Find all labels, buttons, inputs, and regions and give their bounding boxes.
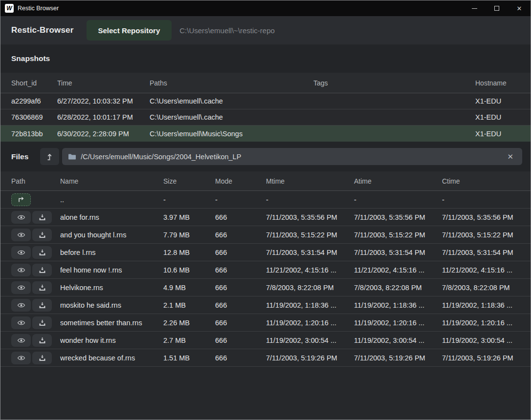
eye-icon (17, 355, 25, 361)
parent-row-size: - (163, 196, 215, 204)
file-mode: 666 (215, 354, 266, 362)
preview-file-button[interactable] (11, 229, 31, 241)
preview-file-button[interactable] (11, 352, 31, 364)
download-file-button[interactable] (32, 229, 52, 241)
column-header-path: Path (11, 177, 60, 185)
download-icon (39, 249, 46, 256)
file-mtime: 7/11/2003, 5:15:22 PM (266, 231, 354, 239)
column-header-size: Size (163, 177, 215, 185)
path-input[interactable]: /C/Users/emuell/Music/Songs/2004_Helveti… (81, 153, 504, 161)
close-button[interactable]: ✕ (508, 0, 531, 16)
maximize-icon (494, 6, 499, 11)
file-size: 10.6 MB (163, 266, 215, 274)
file-size: 1.51 MB (163, 354, 215, 362)
file-ctime: 7/11/2003, 5:35:56 PM (442, 213, 522, 221)
snapshot-short-id: 72b813bb (11, 130, 57, 138)
parent-directory-row[interactable]: .. - - - - - (0, 191, 531, 209)
file-row[interactable]: moskito he said.rns 2.1 MB 666 11/19/200… (0, 296, 531, 314)
app-window: W Restic Browser ✕ Restic-Browser Select… (0, 0, 531, 420)
download-icon (39, 355, 46, 361)
snapshot-row[interactable]: a2299af6 6/27/2022, 10:03:32 PM C:\Users… (0, 93, 531, 109)
file-row[interactable]: feel home now !.rns 10.6 MB 666 11/21/20… (0, 261, 531, 279)
file-mtime: 7/11/2003, 5:31:54 PM (266, 249, 354, 256)
file-row[interactable]: before l.rns 12.8 MB 666 7/11/2003, 5:31… (0, 244, 531, 261)
go-up-directory-button[interactable] (11, 193, 31, 206)
file-row[interactable]: sometimes better than.rns 2.26 MB 666 11… (0, 314, 531, 332)
file-mode: 666 (215, 266, 266, 274)
download-file-button[interactable] (32, 281, 52, 294)
file-mode: 666 (215, 284, 266, 292)
snapshot-paths: C:\Users\emuell\.cache (150, 97, 313, 105)
download-file-button[interactable] (32, 352, 52, 364)
snapshot-time: 6/27/2022, 10:03:32 PM (57, 97, 150, 105)
preview-file-button[interactable] (11, 299, 31, 312)
column-header-tags: Tags (313, 79, 475, 87)
file-mtime: 11/19/2002, 1:18:36 ... (266, 301, 354, 309)
download-file-button[interactable] (32, 264, 52, 276)
preview-file-button[interactable] (11, 334, 31, 347)
select-repository-button[interactable]: Select Repository (87, 20, 172, 41)
file-name: and you thought l.rns (60, 231, 163, 239)
download-icon (39, 214, 46, 221)
column-header-name: Name (60, 177, 163, 185)
app-header: Restic-Browser Select Repository C:\User… (0, 16, 531, 44)
file-atime: 11/21/2002, 4:15:16 ... (354, 266, 442, 274)
download-file-button[interactable] (32, 334, 52, 347)
file-name: wrecked because of.rns (60, 354, 163, 362)
file-ctime: 7/11/2003, 5:15:22 PM (442, 231, 522, 239)
download-icon (39, 319, 46, 326)
download-icon (39, 337, 46, 344)
file-size: 2.26 MB (163, 319, 215, 327)
preview-file-button[interactable] (11, 281, 31, 294)
parent-row-atime: - (354, 196, 442, 204)
preview-file-button[interactable] (11, 316, 31, 329)
minimize-button[interactable] (463, 0, 486, 16)
go-to-root-button[interactable] (40, 148, 59, 165)
file-row[interactable]: wonder how it.rns 2.7 MB 666 11/19/2002,… (0, 332, 531, 349)
file-name: feel home now !.rns (60, 266, 163, 274)
column-header-paths: Paths (150, 79, 313, 87)
file-ctime: 11/19/2002, 1:18:36 ... (442, 301, 522, 309)
file-ctime: 11/21/2002, 4:15:16 ... (442, 266, 522, 274)
column-header-mtime: Mtime (266, 177, 354, 185)
clear-path-button[interactable]: ✕ (504, 151, 516, 162)
current-path-bar[interactable]: /C/Users/emuell/Music/Songs/2004_Helveti… (62, 148, 522, 165)
preview-file-button[interactable] (11, 264, 31, 276)
up-level-icon (46, 153, 53, 161)
file-row[interactable]: Helvikone.rns 4.9 MB 666 7/8/2003, 8:22:… (0, 279, 531, 296)
download-icon (39, 302, 46, 309)
file-row[interactable]: wrecked because of.rns 1.51 MB 666 7/11/… (0, 349, 531, 367)
file-size: 7.79 MB (163, 231, 215, 239)
file-mtime: 7/8/2003, 8:22:08 PM (266, 284, 354, 292)
file-mtime: 7/11/2003, 5:19:26 PM (266, 354, 354, 362)
clear-icon: ✕ (507, 152, 513, 161)
file-ctime: 11/19/2002, 1:20:16 ... (442, 319, 522, 327)
column-header-mode: Mode (215, 177, 266, 185)
file-mode: 666 (215, 319, 266, 327)
file-row[interactable]: alone for.rns 3.97 MB 666 7/11/2003, 5:3… (0, 209, 531, 226)
parent-row-ctime: - (442, 196, 522, 204)
preview-file-button[interactable] (11, 211, 31, 224)
parent-row-mtime: - (266, 196, 354, 204)
download-file-button[interactable] (32, 299, 52, 312)
file-row[interactable]: and you thought l.rns 7.79 MB 666 7/11/2… (0, 226, 531, 244)
eye-icon (17, 285, 25, 291)
snapshot-row[interactable]: 72b813bb 6/30/2022, 2:28:09 PM C:\Users\… (0, 126, 531, 142)
files-section-band: Files /C/Users/emuell/Music/Songs/2004_H… (0, 142, 531, 171)
download-file-button[interactable] (32, 246, 52, 259)
snapshot-row[interactable]: 76306869 6/28/2022, 10:01:17 PM C:\Users… (0, 109, 531, 126)
eye-icon (17, 302, 25, 308)
file-ctime: 7/11/2003, 5:19:26 PM (442, 354, 522, 362)
download-file-button[interactable] (32, 211, 52, 224)
eye-icon (17, 267, 25, 273)
column-header-ctime: Ctime (442, 177, 522, 185)
file-name: sometimes better than.rns (60, 319, 163, 327)
maximize-button[interactable] (486, 0, 508, 16)
download-file-button[interactable] (32, 316, 52, 329)
files-heading: Files (11, 152, 28, 161)
file-ctime: 11/19/2002, 3:00:54 ... (442, 336, 522, 344)
preview-file-button[interactable] (11, 246, 31, 259)
snapshot-time: 6/30/2022, 2:28:09 PM (57, 130, 150, 138)
snapshot-time: 6/28/2022, 10:01:17 PM (57, 113, 150, 121)
file-atime: 7/11/2003, 5:15:22 PM (354, 231, 442, 239)
